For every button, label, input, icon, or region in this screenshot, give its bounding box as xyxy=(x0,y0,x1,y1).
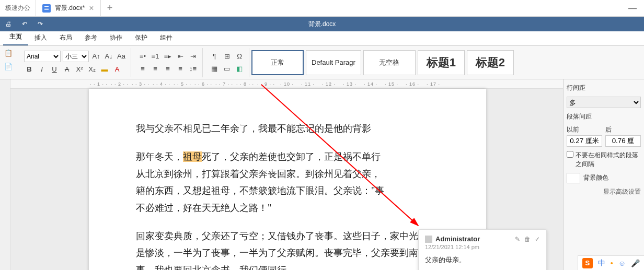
paragraph-2[interactable]: 那年冬天，祖母死了，父亲的差使也交卸了，正是祸不单行 从北京到徐州，打算跟着父亲… xyxy=(136,148,439,216)
comment-popup: Administrator ✎ 🗑 ✓ 12/21/2021 12:14 pm … xyxy=(418,229,547,270)
copy-button[interactable]: 📋 xyxy=(3,48,14,58)
avatar xyxy=(425,236,432,243)
line-spacing-label: 行间距 xyxy=(567,84,641,92)
theme-color-button[interactable]: ◧ xyxy=(234,64,245,74)
style-normal[interactable]: 正常 xyxy=(251,50,304,75)
numbering-button[interactable]: ≡1 xyxy=(150,51,160,62)
bullets-button[interactable]: ≡• xyxy=(137,51,148,62)
menu-insert[interactable]: 插入 xyxy=(28,30,53,45)
comment-timestamp: 12/21/2021 12:14 pm xyxy=(425,244,540,250)
font-color-button[interactable]: A xyxy=(112,64,122,75)
tab-label: 背景.docx* xyxy=(55,4,85,13)
horizontal-ruler[interactable]: · · 1 · ·· · 2 · ·· · 3 · ·· · 4 · ·· · … xyxy=(10,79,563,89)
bg-color-swatch[interactable] xyxy=(567,173,580,183)
para-spacing-label: 段落间距 xyxy=(567,112,641,121)
paragraph-panel: 行间距 多 段落间距 以前 后 不要在相同样式的段落之间隔 背景颜色 显示高级设… xyxy=(563,79,644,270)
text[interactable]: 从北京到徐州，打算跟着父亲奔丧回家。到徐州见着父亲， xyxy=(136,169,381,179)
bg-color-label: 背景颜色 xyxy=(583,173,608,182)
align-left-button[interactable]: ≡ xyxy=(137,64,148,74)
comment-body: 父亲的母亲。 xyxy=(425,255,540,265)
text[interactable]: 籍的东西，又想起祖母，不禁簌簌地流下眼泪。父亲说："事 xyxy=(136,185,384,196)
window-minimize-button[interactable]: — xyxy=(621,4,644,13)
menu-layout[interactable]: 布局 xyxy=(53,30,78,45)
vertical-ruler[interactable] xyxy=(0,79,10,270)
document-title: 背景.docx xyxy=(308,20,336,29)
align-center-button[interactable]: ≡ xyxy=(150,64,160,74)
menu-home[interactable]: 主页 xyxy=(3,29,28,45)
italic-button[interactable]: I xyxy=(37,64,47,75)
text[interactable]: 死了，父亲的差使也交卸了，正是祸不单行 xyxy=(202,151,381,162)
increase-indent-button[interactable]: ⇥ xyxy=(188,51,198,62)
comment-resolve-button[interactable]: ✓ xyxy=(535,236,540,243)
font-size-select[interactable]: 小三 xyxy=(63,51,89,62)
spacing-after-input[interactable] xyxy=(605,135,641,147)
workspace: · · 1 · ·· · 2 · ·· · 3 · ·· · 4 · ·· · … xyxy=(0,79,644,270)
ime-mic-icon[interactable]: 🎤 xyxy=(631,259,640,267)
tab-close-button[interactable]: × xyxy=(89,4,94,13)
subscript-button[interactable]: X₂ xyxy=(87,64,97,75)
redo-button[interactable]: ↷ xyxy=(32,20,48,28)
align-justify-button[interactable]: ≡ xyxy=(175,64,186,74)
ime-dot-icon[interactable]: • xyxy=(611,259,613,267)
paragraph-marks-button[interactable]: ¶ xyxy=(209,51,220,62)
menu-refs[interactable]: 参考 xyxy=(78,30,104,45)
editor-area: · · 1 · ·· · 2 · ·· · 3 · ·· · 4 · ·· · … xyxy=(10,79,563,270)
no-same-style-check[interactable]: 不要在相同样式的段落之间隔 xyxy=(567,151,641,169)
menu-bar: 主页 插入 布局 参考 协作 保护 组件 xyxy=(0,31,644,46)
doc-icon xyxy=(42,4,51,13)
font-name-select[interactable]: Arial xyxy=(24,51,61,62)
ime-toolbar: S 中 • ☺ 🎤 xyxy=(578,255,644,270)
style-default-paragraph[interactable]: Default Paragr xyxy=(306,50,361,75)
line-spacing-button[interactable]: ↕≡ xyxy=(188,64,198,74)
menu-protect[interactable]: 保护 xyxy=(129,30,154,45)
tab-inactive[interactable]: 极速办公 xyxy=(0,0,36,16)
comment-edit-button[interactable]: ✎ xyxy=(515,236,520,243)
text[interactable]: 不必难过，好在天无绝人之路！" xyxy=(136,203,271,213)
quick-access-bar: 🖨 ↶ ↷ 背景.docx xyxy=(0,17,644,31)
decrease-font-button[interactable]: A↓ xyxy=(104,51,114,62)
superscript-button[interactable]: X² xyxy=(74,64,85,75)
strike-button[interactable]: A xyxy=(62,64,72,75)
decrease-indent-button[interactable]: ⇤ xyxy=(175,51,186,62)
tab-add-button[interactable]: + xyxy=(101,3,119,14)
tab-active[interactable]: 背景.docx* × xyxy=(36,0,101,16)
paragraph-1[interactable]: 我与父亲不相见已二年余了，我最不能忘记的是他的背影 xyxy=(136,120,439,137)
paragraph-3[interactable]: 回家变卖典质，父亲还了亏空；又借钱办了丧事。这些日子，家中光景很是惨淡，一半为了… xyxy=(136,228,439,270)
highlighted-text[interactable]: 祖母 xyxy=(183,151,202,162)
shading-button[interactable]: ▦ xyxy=(209,64,220,74)
line-spacing-select[interactable]: 多 xyxy=(567,97,641,108)
print-button[interactable]: 🖨 xyxy=(0,20,17,28)
ribbon: 📋 📄 Arial 小三 A↑ A↓ Aa B I U A X² X₂ ▬ A xyxy=(0,46,644,79)
highlight-color-button[interactable]: ▬ xyxy=(99,64,110,75)
text[interactable]: 那年冬天， xyxy=(136,151,183,162)
change-case-button[interactable]: Aa xyxy=(116,51,126,62)
checkbox-label: 不要在相同样式的段落之间隔 xyxy=(576,151,641,169)
nonprinting-button[interactable]: ⊞ xyxy=(222,51,232,62)
sogou-icon[interactable]: S xyxy=(582,258,593,268)
style-heading2[interactable]: 标题2 xyxy=(467,50,514,75)
paste-button[interactable]: 📄 xyxy=(3,62,14,72)
undo-button[interactable]: ↶ xyxy=(17,20,32,28)
comment-delete-button[interactable]: 🗑 xyxy=(524,236,531,243)
menu-plugins[interactable]: 组件 xyxy=(154,30,179,45)
comment-author: Administrator xyxy=(435,235,480,243)
bold-button[interactable]: B xyxy=(24,64,34,75)
style-no-spacing[interactable]: 无空格 xyxy=(363,50,416,75)
no-same-style-checkbox[interactable] xyxy=(567,151,573,158)
menu-collab[interactable]: 协作 xyxy=(104,30,129,45)
multilevel-button[interactable]: ≡▸ xyxy=(163,51,173,62)
increase-font-button[interactable]: A↑ xyxy=(91,51,101,62)
spacing-before-input[interactable] xyxy=(567,135,602,147)
advanced-settings-link[interactable]: 显示高级设置 xyxy=(567,187,641,196)
before-label: 以前 xyxy=(567,125,602,134)
borders-button[interactable]: ▭ xyxy=(222,64,232,74)
insert-symbol-button[interactable]: Ω xyxy=(234,51,245,62)
style-heading1[interactable]: 标题1 xyxy=(418,50,465,75)
ime-emoji-icon[interactable]: ☺ xyxy=(618,259,626,267)
underline-button[interactable]: U xyxy=(49,64,60,75)
tab-bar: 极速办公 背景.docx* × + — xyxy=(0,0,644,17)
align-right-button[interactable]: ≡ xyxy=(163,64,173,74)
ime-lang[interactable]: 中 xyxy=(598,259,605,268)
after-label: 后 xyxy=(605,125,641,134)
